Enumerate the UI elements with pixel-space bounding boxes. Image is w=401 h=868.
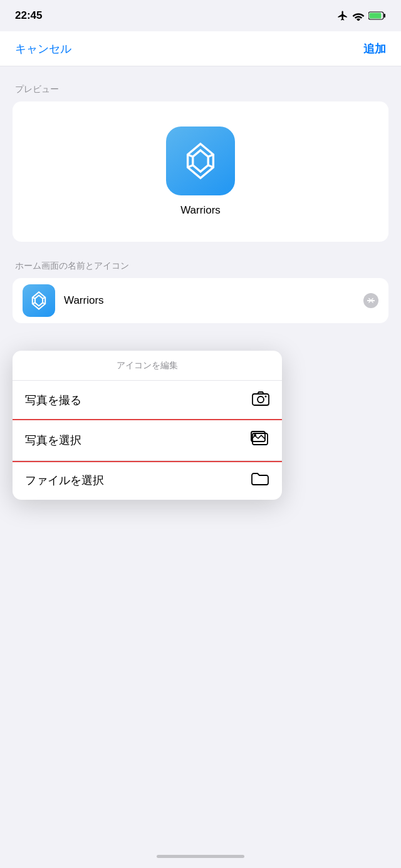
svg-point-12 [258,396,264,403]
app-icon-large [166,127,235,195]
content-area: プレビュー Warriors ホーム画面の名前とアイコン [0,66,401,323]
status-time: 22:45 [15,9,42,22]
status-bar: 22:45 [0,0,401,31]
warriors-logo-large [179,140,222,182]
dropdown-header-text: アイコンを編集 [117,360,178,370]
home-indicator [157,855,244,858]
dropdown-item-photo-select[interactable]: 写真を選択 [13,420,282,461]
dropdown-item-file-label: ファイルを選択 [25,473,104,488]
svg-rect-2 [370,13,382,19]
app-icon-small[interactable] [23,284,55,317]
dropdown-item-photo-label: 写真を選択 [25,433,81,448]
photo-library-icon [251,430,269,450]
svg-rect-1 [384,14,386,18]
dropdown-item-file-select[interactable]: ファイルを選択 [13,461,282,500]
dropdown-item-camera-label: 写真を撮る [25,393,81,408]
app-name-preview: Warriors [180,204,221,217]
folder-icon [251,471,269,490]
nav-bar: キャンセル 追加 [0,31,401,66]
dropdown-menu: アイコンを編集 写真を撮る 写真を選択 ファイルを選択 [13,351,282,500]
preview-card: Warriors [13,101,388,242]
home-section-label: ホーム画面の名前とアイコン [13,261,388,272]
app-name-input[interactable] [64,294,355,307]
clear-button[interactable] [363,293,378,308]
camera-icon [252,391,269,410]
svg-rect-11 [253,394,269,405]
preview-section-label: プレビュー [13,84,388,95]
dropdown-item-camera[interactable]: 写真を撮る [13,381,282,420]
battery-icon [368,11,386,21]
x-icon [368,295,375,306]
svg-point-13 [265,396,267,398]
wifi-icon [352,11,365,21]
add-button[interactable]: 追加 [363,41,386,56]
cancel-button[interactable]: キャンセル [15,41,71,56]
status-icons [337,10,386,21]
dropdown-header: アイコンを編集 [13,351,282,381]
warriors-logo-small [28,290,49,311]
name-row-card [13,278,388,323]
airplane-icon [337,10,348,21]
